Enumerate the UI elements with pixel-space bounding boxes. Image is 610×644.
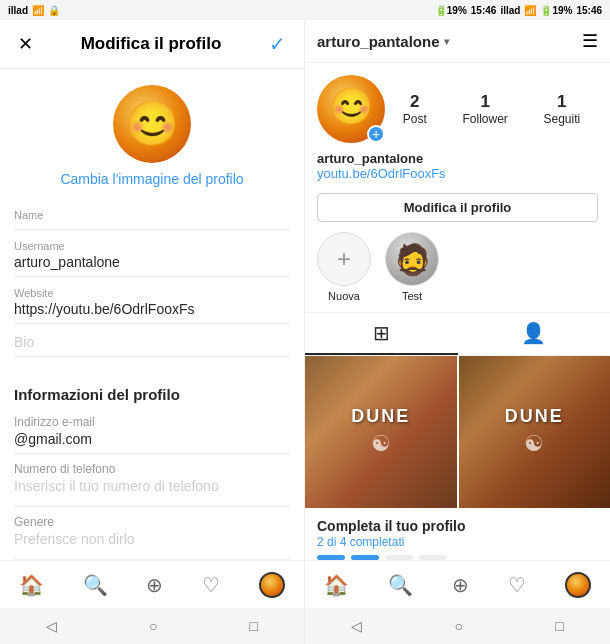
profile-avatar-left[interactable]: 😊 bbox=[113, 85, 191, 163]
grid-icon: ⊞ bbox=[373, 321, 390, 345]
main-content: ✕ Modifica il profilo ✓ 😊 Cambia l'immag… bbox=[0, 20, 610, 560]
website-value: https://youtu.be/6OdrlFooxFs bbox=[14, 301, 290, 317]
profile-panel: arturo_pantalone ▾ ☰ 😊 + 2 Post 1 Follow… bbox=[305, 20, 610, 560]
battery-right: 🔋19% bbox=[435, 5, 467, 16]
new-story-label: Nuova bbox=[328, 290, 360, 302]
dot-2 bbox=[351, 555, 379, 560]
bottom-nav-left: 🏠 🔍 ⊕ ♡ bbox=[0, 561, 305, 608]
test-story-label: Test bbox=[402, 290, 422, 302]
bottom-nav-right: 🏠 🔍 ⊕ ♡ bbox=[305, 561, 610, 608]
test-story-circle[interactable]: 🧔 bbox=[385, 232, 439, 286]
dot-4 bbox=[419, 555, 447, 560]
complete-profile-subtitle: 2 di 4 completati bbox=[317, 535, 598, 549]
add-icon-r[interactable]: ⊕ bbox=[452, 573, 469, 597]
recents-button-right[interactable]: □ bbox=[545, 614, 573, 638]
profile-nav-avatar-r[interactable] bbox=[565, 572, 591, 598]
edit-profile-button[interactable]: Modifica il profilo bbox=[317, 193, 598, 222]
username-label: Username bbox=[14, 240, 290, 252]
name-label: Name bbox=[14, 209, 290, 221]
home-icon-r[interactable]: 🏠 bbox=[324, 573, 349, 597]
posts-label: Post bbox=[403, 112, 427, 126]
complete-profile-title: Completa il tuo profilo bbox=[317, 518, 598, 534]
website-field[interactable]: Website https://youtu.be/6OdrlFooxFs bbox=[14, 277, 290, 324]
email-label: Indirizzo e-mail bbox=[0, 407, 304, 429]
stats-row: 2 Post 1 Follower 1 Seguiti bbox=[385, 92, 598, 126]
chevron-icon[interactable]: ▾ bbox=[444, 36, 449, 47]
name-field[interactable]: Name bbox=[14, 199, 290, 230]
home-button-left[interactable]: ○ bbox=[139, 614, 167, 638]
confirm-button[interactable]: ✓ bbox=[265, 30, 290, 58]
signal-right: illad bbox=[500, 5, 520, 16]
header-username: arturo_pantalone bbox=[317, 33, 440, 50]
form-section: Name Username arturo_pantalone Website h… bbox=[0, 199, 304, 370]
tagged-icon: 👤 bbox=[521, 321, 546, 345]
dune-symbol-1: ☯ bbox=[371, 431, 391, 457]
heart-icon-r[interactable]: ♡ bbox=[508, 573, 526, 597]
home-button-right[interactable]: ○ bbox=[445, 614, 473, 638]
edit-profile-header: ✕ Modifica il profilo ✓ bbox=[0, 20, 304, 69]
profile-nav-avatar[interactable] bbox=[259, 572, 285, 598]
heart-icon[interactable]: ♡ bbox=[202, 573, 220, 597]
add-icon[interactable]: ⊕ bbox=[146, 573, 163, 597]
photos-grid: DUNE ☯ DUNE ☯ bbox=[305, 356, 610, 508]
back-button-left[interactable]: ◁ bbox=[36, 614, 67, 638]
dune-cover-1: DUNE ☯ bbox=[305, 356, 457, 508]
signal-left: illad bbox=[8, 5, 28, 16]
status-bar: illad 📶 🔒 🔋19% 15:46 illad 📶 🔋19% 15:46 bbox=[0, 0, 610, 20]
posts-stat: 2 Post bbox=[403, 92, 427, 126]
phone-placeholder[interactable]: Inserisci il tuo numero di telefono bbox=[0, 476, 304, 500]
time2-right: 15:46 bbox=[576, 5, 602, 16]
photo-2[interactable]: DUNE ☯ bbox=[459, 356, 611, 508]
followers-count: 1 bbox=[480, 92, 489, 112]
plus-icon: + bbox=[337, 245, 351, 273]
username-title: arturo_pantalone ▾ bbox=[317, 33, 449, 50]
hamburger-menu[interactable]: ☰ bbox=[582, 30, 598, 52]
new-story-circle[interactable]: + bbox=[317, 232, 371, 286]
profile-link[interactable]: youtu.be/6OdrlFooxFs bbox=[317, 166, 598, 181]
grid-tab[interactable]: ⊞ bbox=[305, 313, 458, 355]
time-right: 15:46 bbox=[471, 5, 497, 16]
home-icon[interactable]: 🏠 bbox=[19, 573, 44, 597]
story-test[interactable]: 🧔 Test bbox=[385, 232, 439, 302]
photo-1[interactable]: DUNE ☯ bbox=[305, 356, 457, 508]
edit-profile-panel: ✕ Modifica il profilo ✓ 😊 Cambia l'immag… bbox=[0, 20, 305, 560]
content-tabs: ⊞ 👤 bbox=[305, 312, 610, 356]
battery2-right: 🔋19% bbox=[540, 5, 572, 16]
dot-3 bbox=[385, 555, 413, 560]
search-icon[interactable]: 🔍 bbox=[83, 573, 108, 597]
profile-header: arturo_pantalone ▾ ☰ bbox=[305, 20, 610, 63]
change-photo-text[interactable]: Cambia l'immagine del profilo bbox=[60, 171, 243, 187]
dot-1 bbox=[317, 555, 345, 560]
website-label: Website bbox=[14, 287, 290, 299]
story-new[interactable]: + Nuova bbox=[317, 232, 371, 302]
progress-dots bbox=[317, 555, 598, 560]
wifi-left: 📶 bbox=[32, 5, 44, 16]
android-nav: ◁ ○ □ ◁ ○ □ bbox=[0, 608, 610, 644]
username-value: arturo_pantalone bbox=[14, 254, 290, 270]
phone-label: Numero di telefono bbox=[0, 454, 304, 476]
following-stat: 1 Seguiti bbox=[543, 92, 580, 126]
followers-label: Follower bbox=[462, 112, 507, 126]
profile-image-section: 😊 Cambia l'immagine del profilo bbox=[0, 69, 304, 199]
search-icon-r[interactable]: 🔍 bbox=[388, 573, 413, 597]
close-button[interactable]: ✕ bbox=[14, 31, 37, 57]
complete-profile-section: Completa il tuo profilo 2 di 4 completat… bbox=[305, 508, 610, 561]
dune-cover-2: DUNE ☯ bbox=[459, 356, 611, 508]
stories-row: + Nuova 🧔 Test bbox=[305, 232, 610, 312]
android-nav-right: ◁ ○ □ bbox=[305, 608, 610, 644]
recents-button-left[interactable]: □ bbox=[240, 614, 268, 638]
email-value[interactable]: @gmail.com bbox=[0, 429, 304, 447]
gender-placeholder[interactable]: Preferisce non dirlo bbox=[0, 529, 304, 553]
add-story-badge[interactable]: + bbox=[367, 125, 385, 143]
status-left: illad 📶 🔒 bbox=[8, 5, 60, 16]
edit-profile-title: Modifica il profilo bbox=[81, 34, 222, 54]
profile-stats: 😊 + 2 Post 1 Follower 1 Seguiti bbox=[305, 63, 610, 151]
profile-display-name: arturo_pantalone bbox=[317, 151, 598, 166]
bio-placeholder: Bio bbox=[14, 334, 290, 350]
info-section-heading: Informazioni del profilo bbox=[0, 370, 304, 407]
tagged-tab[interactable]: 👤 bbox=[458, 313, 611, 355]
bio-field[interactable]: Bio bbox=[14, 324, 290, 357]
username-field[interactable]: Username arturo_pantalone bbox=[14, 230, 290, 277]
profile-avatar-right[interactable]: 😊 + bbox=[317, 75, 385, 143]
back-button-right[interactable]: ◁ bbox=[341, 614, 372, 638]
